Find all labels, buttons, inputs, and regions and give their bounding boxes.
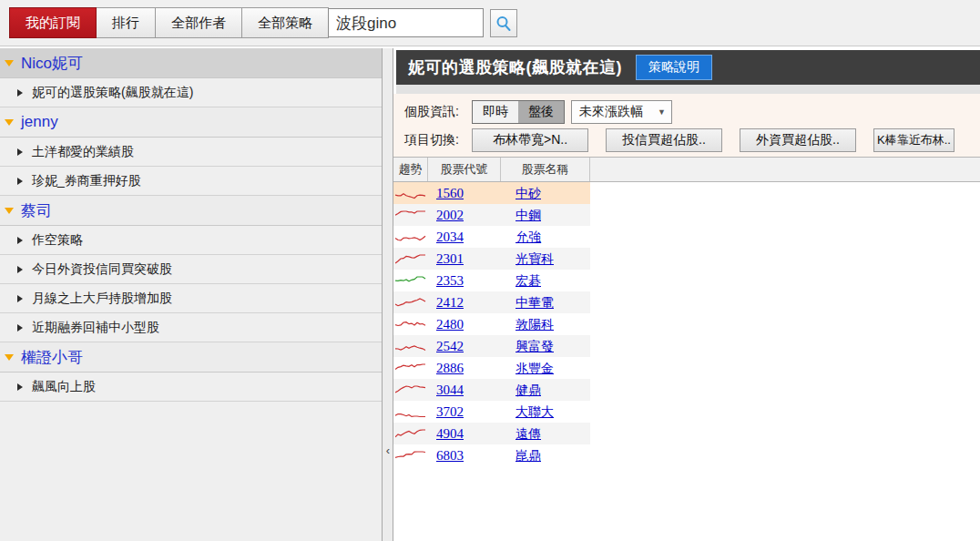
strategy-name: 月線之上大戶持股增加股 (32, 291, 172, 307)
sidebar-strategy-item[interactable]: 近期融券回補中小型股 (0, 313, 382, 342)
expanded-triangle-icon[interactable] (5, 208, 14, 214)
chevron-down-icon: ▼ (658, 107, 666, 117)
sidebar-strategy-item[interactable]: 作空策略 (0, 226, 382, 255)
search-button[interactable] (490, 9, 517, 37)
collapsed-triangle-icon[interactable] (17, 266, 23, 273)
stock-row[interactable]: 2301 光寶科 (393, 248, 590, 270)
strategy-name: 作空策略 (32, 232, 83, 249)
stock-name-link[interactable]: 敦陽科 (516, 317, 554, 332)
strategy-name: 土洋都愛的業績股 (32, 144, 134, 160)
tab-排行[interactable]: 排行 (96, 7, 156, 38)
stock-code-link[interactable]: 2542 (436, 339, 464, 353)
stock-row[interactable]: 3702 大聯大 (393, 401, 590, 423)
stock-row[interactable]: 2412 中華電 (393, 291, 590, 313)
stock-row[interactable]: 2542 興富發 (393, 335, 590, 357)
stock-name-link[interactable]: 光寶科 (516, 251, 554, 266)
stock-row[interactable]: 2034 允強 (393, 226, 590, 248)
stock-row[interactable]: 3044 健鼎 (393, 379, 590, 401)
expanded-triangle-icon[interactable] (5, 119, 14, 126)
stock-code-link[interactable]: 2886 (436, 361, 464, 375)
trend-sparkline-red-icon (393, 428, 428, 440)
trend-sparkline-red-icon (393, 450, 428, 462)
trend-sparkline-red-icon (393, 297, 428, 309)
stock-name-link[interactable]: 大聯大 (516, 404, 554, 419)
stock-name-link[interactable]: 健鼎 (516, 383, 541, 397)
stock-row[interactable]: 4904 遠傳 (393, 423, 590, 444)
sidebar-strategy-item[interactable]: 妮可的選股策略(飆股就在這) (0, 78, 382, 107)
sidebar-strategy-item[interactable]: 今日外資投信同買突破股 (0, 255, 382, 284)
item-switch-buttons: 布林帶寬>N..投信買超佔股..外資買超佔股..K棒靠近布林.. (472, 128, 954, 152)
stock-row[interactable]: 2002 中鋼 (393, 204, 590, 226)
main-tabs: 我的訂閱排行全部作者全部策略 (9, 7, 328, 38)
stock-code-link[interactable]: 2301 (436, 251, 464, 266)
stock-name-link[interactable]: 宏碁 (516, 273, 541, 288)
stock-name-link[interactable]: 中砂 (516, 186, 541, 200)
trend-sparkline-green-icon (393, 275, 428, 287)
expanded-triangle-icon[interactable] (5, 60, 14, 66)
stock-code-link[interactable]: 2412 (436, 295, 464, 310)
sidebar-strategy-item[interactable]: 珍妮_券商重押好股 (0, 167, 382, 196)
collapsed-triangle-icon[interactable] (17, 178, 23, 185)
metric-dropdown-value: 未來漲跌幅 (579, 104, 643, 120)
sidebar-strategy-item[interactable]: 土洋都愛的業績股 (0, 138, 382, 167)
sidebar-author-row[interactable]: 權證小哥 (0, 342, 382, 373)
stock-code-link[interactable]: 2353 (436, 273, 464, 288)
stock-name-link[interactable]: 崑鼎 (516, 448, 541, 463)
trend-sparkline-red-icon (393, 362, 428, 374)
switch-button[interactable]: 布林帶寬>N.. (472, 128, 588, 152)
strategy-name: 飆風向上股 (32, 379, 96, 395)
sidebar-author-row[interactable]: 蔡司 (0, 196, 382, 226)
stock-code-link[interactable]: 3044 (436, 383, 464, 397)
switch-button[interactable]: 投信買超佔股.. (606, 128, 722, 152)
filter-toolbar: 個股資訊: 即時盤後 未來漲跌幅 ▼ 項目切換: 布林帶寬>N..投信買超佔股.… (393, 94, 980, 157)
stock-row[interactable]: 2353 宏碁 (393, 270, 590, 291)
stock-name-link[interactable]: 允強 (516, 230, 541, 244)
stock-row[interactable]: 2886 兆豐金 (393, 357, 590, 379)
stock-code-link[interactable]: 4904 (436, 426, 464, 441)
stock-code-link[interactable]: 2002 (436, 208, 464, 222)
stock-name-link[interactable]: 遠傳 (516, 426, 541, 441)
metric-dropdown[interactable]: 未來漲跌幅 ▼ (571, 100, 672, 124)
stock-code-link[interactable]: 2480 (436, 317, 464, 332)
stock-table: 趨勢 股票代號 股票名稱 1560 中砂 2002 中鋼 2034 允強 230… (393, 157, 980, 466)
stock-code-link[interactable]: 1560 (436, 186, 464, 200)
collapsed-triangle-icon[interactable] (17, 89, 23, 97)
stock-table-header: 趨勢 股票代號 股票名稱 (393, 157, 980, 182)
toggle-盤後[interactable]: 盤後 (518, 101, 564, 123)
collapse-sidebar-icon[interactable]: ‹ (383, 444, 393, 458)
toggle-即時[interactable]: 即時 (473, 101, 518, 123)
sidebar-splitter[interactable]: ‹ (382, 48, 393, 541)
sidebar-author-row[interactable]: jenny (0, 107, 382, 138)
stock-row[interactable]: 2480 敦陽科 (393, 313, 590, 335)
stock-name-link[interactable]: 中鋼 (516, 208, 541, 222)
stock-code-link[interactable]: 3702 (436, 404, 464, 419)
author-name: 蔡司 (21, 200, 52, 221)
stock-code-link[interactable]: 2034 (436, 230, 464, 244)
collapsed-triangle-icon[interactable] (17, 295, 23, 302)
collapsed-triangle-icon[interactable] (17, 383, 23, 391)
column-header-trend: 趨勢 (393, 158, 428, 181)
tab-我的訂閱[interactable]: 我的訂閱 (9, 7, 97, 38)
stock-code-link[interactable]: 6803 (436, 448, 464, 463)
search-input[interactable] (328, 8, 484, 37)
switch-button[interactable]: K棒靠近布林.. (873, 128, 954, 152)
collapsed-triangle-icon[interactable] (17, 324, 23, 332)
expanded-triangle-icon[interactable] (5, 354, 14, 361)
stock-row[interactable]: 1560 中砂 (393, 182, 590, 204)
collapsed-triangle-icon[interactable] (17, 148, 23, 156)
stock-name-link[interactable]: 興富發 (516, 339, 554, 353)
stock-name-link[interactable]: 中華電 (516, 295, 554, 310)
sidebar-author-row[interactable]: Nico妮可 (0, 48, 382, 78)
stock-name-link[interactable]: 兆豐金 (516, 361, 554, 375)
stock-row[interactable]: 6803 崑鼎 (393, 444, 590, 466)
trend-sparkline-red-icon (393, 406, 428, 418)
collapsed-triangle-icon[interactable] (17, 237, 23, 244)
strategy-help-button[interactable]: 策略說明 (636, 55, 712, 80)
trend-sparkline-red-icon (393, 384, 428, 396)
sidebar-strategy-item[interactable]: 飆風向上股 (0, 373, 382, 402)
column-header-name: 股票名稱 (501, 158, 590, 181)
tab-全部作者[interactable]: 全部作者 (155, 7, 242, 38)
tab-全部策略[interactable]: 全部策略 (241, 7, 329, 38)
sidebar-strategy-item[interactable]: 月線之上大戶持股增加股 (0, 284, 382, 313)
switch-button[interactable]: 外資買超佔股.. (740, 128, 856, 152)
